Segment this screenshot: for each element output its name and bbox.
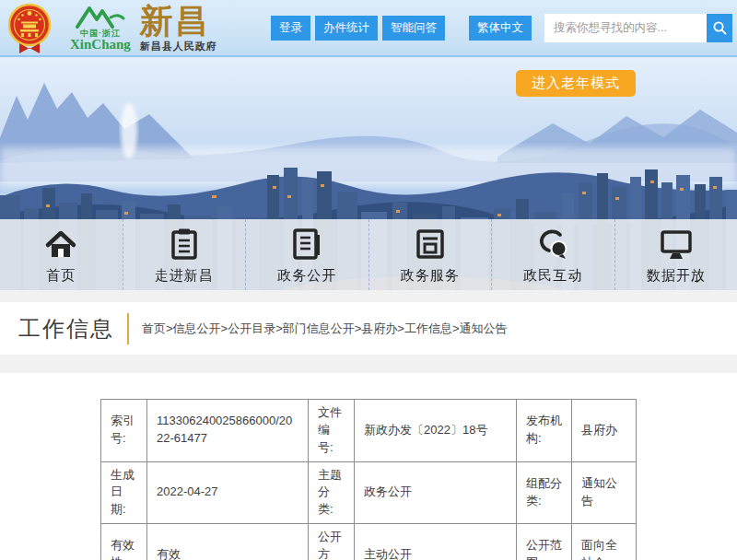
nav-label: 数据开放: [647, 267, 706, 285]
nav-label: 政务服务: [401, 267, 460, 285]
meta-value: 通知公告: [572, 461, 637, 524]
monitor-icon: [657, 226, 696, 262]
meta-label: 主题分类:: [309, 461, 355, 524]
banner: 进入老年模式 首页 走进新昌: [0, 57, 737, 290]
search-icon: [712, 20, 728, 36]
breadcrumb[interactable]: 首页>信息公开>公开目录>部门信息公开>县府办>工作信息>通知公告: [142, 321, 508, 337]
page-title-bar: 工作信息 首页>信息公开>公开目录>部门信息公开>县府办>工作信息>通知公告: [0, 302, 737, 355]
divider-strip: [0, 290, 737, 302]
nav-item-home[interactable]: 首页: [0, 219, 123, 290]
table-row: 索引号: 113306240025866000/2022-61477 文件编号:…: [101, 400, 637, 462]
meta-label: 有效性:: [101, 524, 147, 560]
search-button[interactable]: [707, 14, 732, 42]
meta-value: 有效: [147, 524, 309, 560]
service-window-icon: [411, 226, 450, 262]
meta-label: 文件编号:: [309, 400, 355, 462]
meta-value: 政务公开: [355, 461, 517, 524]
meta-label: 组配分类:: [517, 461, 572, 524]
nav-label: 走进新昌: [155, 267, 214, 285]
search-bar: [544, 14, 732, 42]
case-stats-button[interactable]: 办件统计: [315, 16, 378, 41]
meta-value: 县府办: [572, 400, 637, 462]
document-icon: [287, 226, 326, 262]
meta-value: 新政办发〔2022〕18号: [355, 400, 517, 462]
elder-mode-button[interactable]: 进入老年模式: [516, 70, 636, 97]
meta-label: 发布机构:: [517, 400, 572, 462]
national-emblem-icon: [7, 2, 52, 54]
meta-value: 2022-04-27: [147, 461, 309, 524]
site-name: 新昌: [140, 5, 217, 38]
site-subtitle: 新昌县人民政府: [140, 41, 217, 52]
nav-item-about[interactable]: 走进新昌: [123, 219, 247, 290]
document-meta-table: 索引号: 113306240025866000/2022-61477 文件编号:…: [100, 399, 637, 560]
meta-label: 公开范围:: [517, 524, 572, 560]
mountain-logo-icon: [74, 4, 127, 29]
nav-item-gov-services[interactable]: 政务服务: [369, 219, 493, 290]
page-title: 工作信息: [18, 314, 114, 344]
smart-qa-button[interactable]: 智能问答: [382, 16, 445, 41]
nav-label: 首页: [46, 267, 76, 285]
meta-label: 公开方式:: [309, 524, 355, 560]
meta-label: 生成日期:: [101, 461, 147, 524]
meta-value: 面向全社会: [572, 524, 637, 560]
nav-label: 政务公开: [277, 267, 336, 285]
brand-region-en: XinChang: [70, 38, 131, 52]
divider-strip: [0, 355, 737, 373]
header-actions: 登录 办件统计 智能问答 繁体中文: [266, 14, 732, 42]
meta-value: 主动公开: [355, 524, 517, 560]
gold-divider: [127, 313, 129, 344]
traditional-chinese-button[interactable]: 繁体中文: [469, 16, 532, 41]
clipboard-icon: [165, 226, 204, 262]
main-navigation: 首页 走进新昌 政务公开: [0, 219, 737, 290]
home-icon: [41, 226, 80, 262]
document-content: 索引号: 113306240025866000/2022-61477 文件编号:…: [0, 399, 737, 560]
meta-label: 索引号:: [101, 400, 147, 462]
table-row: 生成日期: 2022-04-27 主题分类: 政务公开 组配分类: 通知公告: [101, 461, 637, 524]
nav-item-open-data[interactable]: 数据开放: [615, 219, 737, 290]
login-button[interactable]: 登录: [271, 16, 310, 41]
top-header: 中国·浙江 XinChang 新昌 新昌县人民政府 登录 办件统计 智能问答 繁…: [0, 0, 737, 57]
nav-label: 政民互动: [523, 267, 582, 285]
chat-bubbles-icon: [533, 226, 572, 262]
nav-item-interaction[interactable]: 政民互动: [492, 219, 615, 290]
site-logo[interactable]: 中国·浙江 XinChang 新昌 新昌县人民政府: [7, 2, 217, 54]
table-row: 有效性: 有效 公开方式: 主动公开 公开范围: 面向全社会: [101, 524, 637, 560]
search-input[interactable]: [544, 14, 707, 42]
nav-item-gov-disclosure[interactable]: 政务公开: [246, 219, 369, 290]
meta-value: 113306240025866000/2022-61477: [147, 400, 309, 462]
